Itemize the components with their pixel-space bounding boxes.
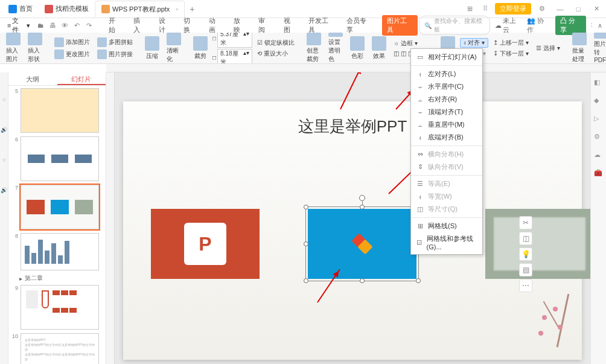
dd-distribute-h[interactable]: ⇔横向分布(H) bbox=[411, 148, 482, 161]
section-header[interactable]: ▸ 第二章 bbox=[19, 274, 103, 283]
thumb-7[interactable] bbox=[21, 185, 99, 229]
dd-align-top[interactable]: ⫟顶端对齐(T) bbox=[411, 106, 482, 118]
tab-menu-icon[interactable]: ▫ bbox=[176, 5, 178, 13]
resize-handle[interactable] bbox=[304, 205, 308, 209]
align-button[interactable]: ⫞ 对齐 ▾ bbox=[460, 38, 488, 48]
enhance-icon bbox=[167, 33, 181, 45]
dd-grid-guides[interactable]: ⊡网格线和参考线(G)... bbox=[411, 232, 482, 252]
dd-equal-width[interactable]: ⫞等宽(W) bbox=[411, 190, 482, 203]
tab-view[interactable]: 视图 bbox=[281, 15, 299, 36]
dd-gridlines[interactable]: ⊞网格线(S) bbox=[411, 220, 482, 232]
lock-ratio-check[interactable]: ☑ 锁定纵横比 bbox=[255, 38, 297, 48]
insert-shape-button[interactable]: 插入形状 bbox=[25, 33, 45, 63]
picture-icon bbox=[6, 33, 21, 45]
bubble-icon bbox=[307, 33, 321, 45]
thumb-5[interactable] bbox=[21, 88, 99, 133]
cloud-status[interactable]: ☁ 未上云 bbox=[495, 16, 522, 34]
color-button[interactable]: 色彩 bbox=[348, 33, 367, 63]
apps-icon[interactable]: ⠿ bbox=[479, 3, 491, 15]
login-button[interactable]: 立即登录 bbox=[495, 3, 531, 14]
dd-equal-size[interactable]: ◫等尺寸(Q) bbox=[411, 203, 482, 216]
image-card-grey[interactable] bbox=[485, 209, 590, 279]
coop-button[interactable]: 👥 协作 bbox=[527, 16, 550, 34]
minimize-button[interactable]: — bbox=[553, 2, 567, 16]
crop-button[interactable]: 裁剪 bbox=[191, 33, 210, 63]
dd-equal-height[interactable]: ☰等高(E) bbox=[411, 177, 482, 190]
qat-print-icon[interactable]: 🖶 bbox=[48, 22, 58, 30]
dd-relative-slide[interactable]: ▭相对于幻灯片(A) bbox=[411, 51, 482, 63]
rs-anim-icon[interactable]: ▷ bbox=[594, 115, 604, 124]
width-input[interactable]: 5.37厘米▴▾ bbox=[217, 33, 252, 48]
creative-crop-button[interactable]: 创意裁剪 bbox=[304, 33, 324, 63]
batch-button[interactable]: 批量处理 bbox=[570, 33, 589, 63]
outline-tab[interactable]: 大纲 bbox=[8, 72, 57, 85]
compress-button[interactable]: 压缩 bbox=[142, 33, 162, 63]
tile-picture-button[interactable]: 图片拼接 bbox=[95, 49, 135, 60]
float-crop2-icon[interactable]: ◫ bbox=[519, 232, 532, 245]
qat-preview-icon[interactable]: 👁 bbox=[60, 22, 70, 30]
pic-to-pdf-button[interactable]: 图片转PDF bbox=[592, 33, 606, 63]
multi-picture-button[interactable]: 多图拼贴 bbox=[95, 37, 135, 48]
clarify-button[interactable]: 清晰化 bbox=[164, 33, 183, 63]
slide-canvas[interactable]: 这里是举例PPT P bbox=[106, 72, 590, 364]
resize-handle[interactable] bbox=[416, 278, 421, 283]
dd-align-right[interactable]: ⫠右对齐(R) bbox=[411, 93, 482, 106]
resize-handle[interactable] bbox=[360, 205, 365, 209]
slide-title[interactable]: 这里是举例PPT bbox=[298, 116, 407, 137]
grid-icon[interactable]: ⊞ bbox=[464, 3, 476, 15]
dd-align-center-h[interactable]: ⫟水平居中(C) bbox=[411, 80, 482, 93]
qat-undo-icon[interactable]: ↶ bbox=[72, 22, 82, 30]
qat-redo-icon[interactable]: ↷ bbox=[85, 22, 94, 30]
tab-label: 找稻壳模板 bbox=[56, 4, 89, 13]
effect-button[interactable]: 效果 bbox=[369, 33, 389, 63]
qat-save-icon[interactable]: 🖿 bbox=[36, 22, 46, 30]
dd-distribute-v[interactable]: ⇕纵向分布(V) bbox=[411, 161, 482, 173]
thumb-10[interactable]: 这是举例的PPT这是举例的PPT的文字内容 这是举例的PPT的文字内容这是举例的… bbox=[21, 333, 99, 364]
rotate-handle[interactable] bbox=[359, 195, 365, 201]
new-tab-button[interactable]: + bbox=[185, 4, 199, 14]
rs-cloud-icon[interactable]: ☁ bbox=[594, 151, 604, 161]
reset-size-button[interactable]: ⟲ 重设大小 bbox=[255, 49, 297, 59]
resize-handle[interactable] bbox=[304, 278, 308, 283]
resize-handle[interactable] bbox=[304, 241, 308, 246]
float-layout-icon[interactable]: ▤ bbox=[519, 263, 532, 276]
float-more-icon[interactable]: ⋯ bbox=[519, 279, 532, 292]
slide[interactable]: 这里是举例PPT P bbox=[123, 101, 582, 360]
slides-tab[interactable]: 幻灯片 bbox=[57, 72, 106, 85]
image-card-red[interactable]: P bbox=[151, 209, 260, 279]
dd-align-left[interactable]: ⫞左对齐(L) bbox=[411, 68, 482, 80]
add-picture-button[interactable]: 添加图片 bbox=[52, 37, 92, 48]
rs-shape-icon[interactable]: ◆ bbox=[594, 97, 604, 106]
rs-tool-icon[interactable]: 🧰 bbox=[594, 169, 604, 179]
menu-expand[interactable]: ∧ bbox=[598, 22, 602, 30]
tab-start[interactable]: 开始 bbox=[106, 15, 124, 36]
tab-review[interactable]: 审阅 bbox=[256, 15, 273, 36]
change-picture-button[interactable]: 更改图片 bbox=[52, 49, 92, 60]
height-input[interactable]: 8.18厘米▴▾ bbox=[217, 49, 252, 65]
rs-prop-icon[interactable]: ⚙ bbox=[594, 133, 604, 142]
thumb-8[interactable] bbox=[21, 233, 99, 270]
maximize-button[interactable]: □ bbox=[571, 2, 585, 16]
close-button[interactable]: ✕ bbox=[589, 2, 604, 16]
insert-picture-button[interactable]: 插入图片 bbox=[4, 33, 23, 63]
bring-forward-button[interactable]: ↥ 上移一层 ▾ bbox=[491, 38, 531, 48]
eq-h-icon: ☰ bbox=[416, 180, 424, 188]
dd-align-middle[interactable]: ⫠垂直居中(M) bbox=[411, 118, 482, 131]
send-backward-button[interactable]: ↧ 下移一层 ▾ bbox=[491, 49, 531, 59]
remove-bg-button[interactable]: 设置透明色 bbox=[326, 33, 345, 63]
float-idea-icon[interactable]: 💡 bbox=[519, 247, 532, 261]
dd-align-bottom[interactable]: ⫞底端对齐(B) bbox=[411, 131, 482, 144]
settings-icon[interactable]: ⚙ bbox=[535, 2, 549, 16]
resize-handle[interactable] bbox=[360, 278, 365, 283]
thumb-9[interactable] bbox=[21, 285, 99, 330]
thumb-6[interactable] bbox=[21, 136, 99, 181]
thumb-number: 8 bbox=[11, 233, 18, 270]
grid-icon bbox=[97, 37, 107, 47]
select-pane-button[interactable]: ☰ 选择 ▾ bbox=[534, 43, 563, 53]
rs-style-icon[interactable]: ◧ bbox=[594, 78, 604, 88]
float-crop-icon[interactable]: ✂ bbox=[519, 216, 532, 229]
thumb-number: 9 bbox=[11, 285, 18, 330]
menu-more[interactable]: ∶ bbox=[591, 22, 593, 30]
border-button[interactable]: ☼ 边框 ▾ bbox=[391, 39, 431, 48]
search-placeholder: 查找命令、搜索模板 bbox=[434, 17, 485, 34]
